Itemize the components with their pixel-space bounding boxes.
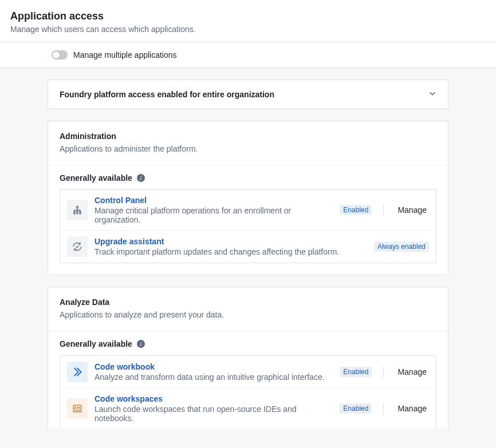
page-title: Application access — [10, 10, 486, 22]
app-list: Control Panel Manage critical platform o… — [60, 189, 436, 263]
manage-multiple-toggle[interactable] — [52, 50, 68, 60]
svg-point-8 — [80, 213, 81, 215]
manage-button[interactable]: Manage — [395, 365, 429, 379]
banner-text: Foundry platform access enabled for enti… — [60, 90, 274, 99]
generally-available-label: Generally available — [60, 173, 132, 183]
section-subtitle: Applications to administer the platform. — [60, 144, 436, 153]
svg-point-0 — [76, 206, 78, 208]
section-analyze-data: Analyze Data Applications to analyze and… — [48, 287, 448, 429]
app-list: Code workbook Analyze and transform data… — [60, 355, 436, 429]
app-row-control-panel: Control Panel Manage critical platform o… — [60, 190, 436, 230]
platform-access-banner[interactable]: Foundry platform access enabled for enti… — [48, 80, 448, 109]
section-administration: Administration Applications to administe… — [48, 121, 448, 275]
status-badge: Enabled — [340, 205, 372, 215]
svg-point-3 — [74, 211, 76, 212]
page-subtitle: Manage which users can access which appl… — [10, 25, 486, 34]
upgrade-assistant-icon — [67, 236, 88, 257]
svg-point-5 — [80, 211, 81, 212]
app-description: Manage critical platform operations for … — [95, 206, 333, 224]
divider — [383, 204, 384, 216]
info-icon[interactable]: i — [137, 174, 145, 182]
content-area: Foundry platform access enabled for enti… — [0, 68, 496, 448]
manage-multiple-label: Manage multiple applications — [73, 50, 177, 60]
section-subtitle: Applications to analyze and present your… — [60, 310, 436, 319]
svg-line-11 — [77, 407, 78, 409]
app-name-link[interactable]: Control Panel — [95, 196, 333, 205]
svg-point-7 — [77, 213, 78, 215]
info-icon[interactable]: i — [137, 340, 145, 348]
svg-point-6 — [74, 213, 76, 215]
app-name-link[interactable]: Upgrade assistant — [95, 237, 367, 246]
manage-button[interactable]: Manage — [395, 203, 429, 217]
control-panel-icon — [67, 200, 88, 220]
app-description: Analyze and transform data using an intu… — [95, 372, 333, 382]
app-row-code-workbook: Code workbook Analyze and transform data… — [60, 356, 436, 388]
status-badge: Enabled — [340, 403, 372, 414]
chevron-down-icon — [428, 89, 436, 100]
code-workbook-icon — [67, 362, 88, 382]
status-badge: Enabled — [340, 367, 372, 377]
generally-available-label: Generally available — [60, 339, 132, 348]
app-name-link[interactable]: Code workspaces — [95, 394, 333, 403]
manage-button[interactable]: Manage — [395, 402, 429, 415]
app-description: Launch code workspaces that run open-sou… — [95, 405, 333, 423]
svg-point-4 — [77, 211, 78, 212]
app-name-link[interactable]: Code workbook — [95, 362, 333, 371]
manage-multiple-toggle-row: Manage multiple applications — [0, 42, 496, 68]
code-workspaces-icon — [67, 398, 88, 419]
status-badge: Always enabled — [374, 241, 429, 252]
page-header: Application access Manage which users ca… — [0, 0, 496, 42]
divider — [383, 366, 384, 378]
section-title: Administration — [60, 132, 436, 141]
app-row-code-workspaces: Code workspaces Launch code workspaces t… — [60, 388, 436, 429]
app-description: Track important platform updates and cha… — [95, 247, 367, 256]
app-row-upgrade-assistant: Upgrade assistant Track important platfo… — [60, 230, 436, 263]
divider — [383, 403, 384, 414]
section-title: Analyze Data — [60, 298, 436, 307]
